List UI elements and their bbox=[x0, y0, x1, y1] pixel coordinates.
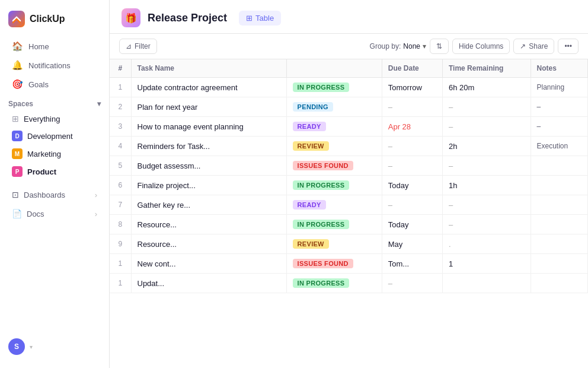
time-remaining: 1h bbox=[442, 176, 531, 195]
task-status[interactable]: ISSUES FOUND bbox=[286, 254, 382, 274]
sidebar-item-label: Goals bbox=[28, 80, 49, 89]
notes bbox=[531, 234, 587, 254]
filter-icon: ⊿ bbox=[126, 42, 132, 50]
due-date: – bbox=[382, 274, 442, 293]
task-status[interactable]: READY bbox=[286, 195, 382, 215]
more-options-button[interactable]: ••• bbox=[558, 39, 579, 54]
task-status[interactable]: IN PROGRESS bbox=[286, 176, 382, 195]
group-by-selector[interactable]: Group by: None ▾ bbox=[370, 42, 426, 50]
task-status[interactable]: IN PROGRESS bbox=[286, 215, 382, 234]
sidebar-item-label: Home bbox=[28, 42, 49, 51]
toolbar-right: Group by: None ▾ ⇅ Hide Columns ↗ Share … bbox=[370, 39, 579, 54]
status-badge: IN PROGRESS bbox=[293, 220, 350, 229]
table-row[interactable]: 3 How to manage event planning READY Apr… bbox=[110, 117, 588, 137]
table-row[interactable]: 1 Updat... IN PROGRESS – bbox=[110, 274, 588, 293]
logo-area: ClickUp bbox=[0, 7, 109, 37]
sidebar: ClickUp 🏠 Home 🔔 Notifications 🎯 Goals S… bbox=[0, 0, 110, 368]
sidebar-item-marketing[interactable]: M Marketing bbox=[4, 145, 106, 163]
task-name[interactable]: Gather key re... bbox=[131, 195, 286, 215]
task-name[interactable]: Reminders for Task... bbox=[131, 137, 286, 156]
due-date: – bbox=[382, 97, 442, 117]
task-name[interactable]: How to manage event planning bbox=[131, 117, 286, 137]
hide-columns-button[interactable]: Hide Columns bbox=[452, 39, 510, 54]
task-status[interactable]: IN PROGRESS bbox=[286, 274, 382, 293]
home-icon: 🏠 bbox=[12, 41, 23, 52]
sidebar-item-dashboards[interactable]: ⊡ Dashboards › bbox=[4, 185, 106, 204]
task-table: # Task Name Due Date Time Remaining Note… bbox=[110, 59, 588, 293]
sidebar-item-label: Docs bbox=[27, 210, 44, 218]
toolbar: ⊿ Filter Group by: None ▾ ⇅ Hide Columns… bbox=[110, 34, 588, 59]
sort-button[interactable]: ⇅ bbox=[430, 39, 449, 54]
row-num: 4 bbox=[110, 137, 131, 156]
task-status[interactable]: READY bbox=[286, 117, 382, 137]
sidebar-bottom: ⊡ Dashboards › 📄 Docs › bbox=[0, 185, 109, 223]
sidebar-item-everything[interactable]: ⊞ Everything bbox=[4, 110, 106, 127]
sidebar-item-label: Dashboards bbox=[24, 191, 65, 199]
status-badge: ISSUES FOUND bbox=[293, 161, 353, 170]
task-status[interactable]: REVIEW bbox=[286, 234, 382, 254]
filter-button[interactable]: ⊿ Filter bbox=[119, 39, 157, 54]
col-due-date: Due Date bbox=[382, 59, 442, 78]
status-badge: IN PROGRESS bbox=[293, 278, 350, 288]
task-name[interactable]: New cont... bbox=[131, 254, 286, 274]
time-remaining bbox=[442, 274, 531, 293]
col-time-remaining: Time Remaining bbox=[442, 59, 531, 78]
table-row[interactable]: 9 Resource... REVIEW May . bbox=[110, 234, 588, 254]
sidebar-item-label: Everything bbox=[24, 115, 60, 123]
due-date: – bbox=[382, 137, 442, 156]
space-dot-product: P bbox=[12, 166, 23, 177]
task-name[interactable]: Plan for next year bbox=[131, 97, 286, 117]
task-status[interactable]: REVIEW bbox=[286, 137, 382, 156]
due-date: Tom... bbox=[382, 254, 442, 274]
col-notes: Notes bbox=[531, 59, 587, 78]
task-name[interactable]: Resource... bbox=[131, 234, 286, 254]
table-view-tab[interactable]: ⊞ Table bbox=[239, 11, 281, 26]
notes: Planning bbox=[531, 78, 587, 97]
notes bbox=[531, 215, 587, 234]
chevron-right-icon: › bbox=[95, 191, 97, 199]
avatar-area: S ▾ bbox=[0, 332, 109, 361]
avatar[interactable]: S bbox=[8, 338, 25, 355]
task-name[interactable]: Resource... bbox=[131, 215, 286, 234]
sidebar-item-development[interactable]: D Development bbox=[4, 127, 106, 145]
task-name[interactable]: Finalize project... bbox=[131, 176, 286, 195]
table-row[interactable]: 1 New cont... ISSUES FOUND Tom... 1 bbox=[110, 254, 588, 274]
dashboards-icon: ⊡ bbox=[12, 190, 19, 199]
task-name[interactable]: Budget assessm... bbox=[131, 156, 286, 176]
table-row[interactable]: 1 Update contractor agreement IN PROGRES… bbox=[110, 78, 588, 97]
chevron-down-icon[interactable]: ▾ bbox=[97, 100, 101, 108]
sidebar-item-product[interactable]: P Product bbox=[4, 163, 106, 180]
task-table-container: # Task Name Due Date Time Remaining Note… bbox=[110, 59, 588, 368]
due-date: May bbox=[382, 234, 442, 254]
sidebar-item-goals[interactable]: 🎯 Goals bbox=[4, 75, 106, 94]
due-date: Tomorrow bbox=[382, 78, 442, 97]
status-badge: READY bbox=[293, 122, 326, 131]
main-header: 🎁 Release Project ⊞ Table bbox=[110, 0, 588, 34]
status-badge: REVIEW bbox=[293, 141, 329, 151]
chevron-icon: ▾ bbox=[30, 344, 33, 350]
due-date: – bbox=[382, 195, 442, 215]
table-row[interactable]: 8 Resource... IN PROGRESS Today – bbox=[110, 215, 588, 234]
task-name[interactable]: Updat... bbox=[131, 274, 286, 293]
table-row[interactable]: 5 Budget assessm... ISSUES FOUND – – bbox=[110, 156, 588, 176]
notes: – bbox=[531, 97, 587, 117]
row-num: 9 bbox=[110, 234, 131, 254]
sidebar-item-label: Product bbox=[27, 167, 56, 176]
sidebar-item-docs[interactable]: 📄 Docs › bbox=[4, 204, 106, 223]
share-button[interactable]: ↗ Share bbox=[513, 39, 554, 54]
time-remaining: 1 bbox=[442, 254, 531, 274]
row-num: 6 bbox=[110, 176, 131, 195]
table-row[interactable]: 4 Reminders for Task... REVIEW – 2h Exec… bbox=[110, 137, 588, 156]
sidebar-item-notifications[interactable]: 🔔 Notifications bbox=[4, 56, 106, 75]
task-status[interactable]: IN PROGRESS bbox=[286, 78, 382, 97]
task-status[interactable]: PENDING bbox=[286, 97, 382, 117]
sidebar-item-home[interactable]: 🏠 Home bbox=[4, 37, 106, 56]
table-header: # Task Name Due Date Time Remaining Note… bbox=[110, 59, 588, 78]
status-badge: IN PROGRESS bbox=[293, 83, 350, 92]
col-num: # bbox=[110, 59, 131, 78]
table-row[interactable]: 2 Plan for next year PENDING – – – bbox=[110, 97, 588, 117]
task-status[interactable]: ISSUES FOUND bbox=[286, 156, 382, 176]
task-name[interactable]: Update contractor agreement bbox=[131, 78, 286, 97]
table-row[interactable]: 7 Gather key re... READY – – bbox=[110, 195, 588, 215]
table-row[interactable]: 6 Finalize project... IN PROGRESS Today … bbox=[110, 176, 588, 195]
